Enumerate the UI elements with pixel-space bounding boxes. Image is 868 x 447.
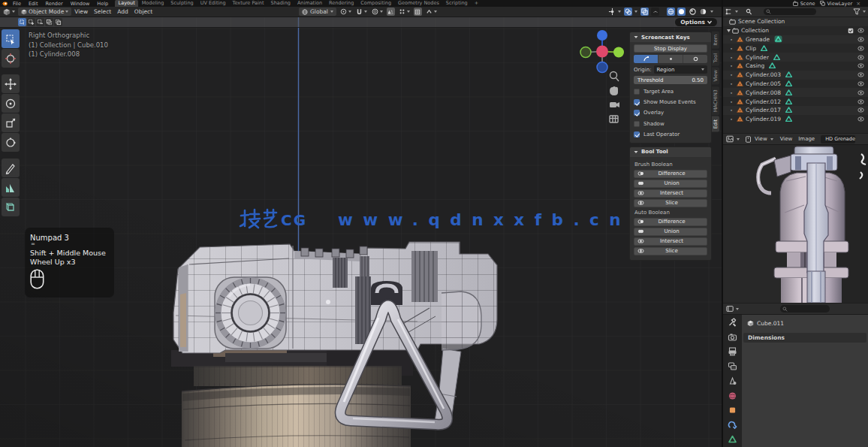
pivot-point-button[interactable] (339, 8, 352, 15)
menu-file[interactable]: File (9, 1, 25, 7)
menu-image[interactable]: Image (798, 136, 815, 142)
seg-button-3[interactable] (683, 55, 707, 63)
shading-material-button[interactable] (689, 8, 697, 16)
add-workspace-button[interactable]: + (471, 0, 481, 7)
brush-boolean-slice-button[interactable]: Slice (634, 199, 707, 207)
dyntopo-option[interactable] (425, 8, 438, 15)
menu-select[interactable]: Select (91, 8, 114, 15)
outliner-row-collection[interactable]: Collection (723, 26, 868, 35)
workspace-tab-scripting[interactable]: Scripting (442, 0, 471, 7)
properties-tab-data[interactable] (728, 435, 737, 444)
workspace-tab-layout[interactable]: Layout (115, 0, 138, 7)
auto-boolean-intersect-button[interactable]: Intersect (634, 237, 707, 246)
menu-help[interactable]: Help (93, 1, 112, 7)
seg-button-1[interactable] (634, 55, 659, 63)
tool-measure[interactable] (2, 178, 20, 197)
brush-boolean-union-button[interactable]: Union (634, 180, 707, 188)
properties-editor-icon[interactable] (726, 305, 734, 313)
tool-scale[interactable] (2, 113, 20, 132)
eye-icon[interactable] (857, 55, 864, 60)
checkbox-show-mouse-events[interactable]: Show Mouse Events (634, 97, 707, 107)
eye-icon[interactable] (857, 37, 864, 42)
scene-selector[interactable]: Scene (800, 1, 815, 7)
gizmos-options[interactable] (398, 8, 411, 15)
eye-icon[interactable] (857, 72, 864, 77)
properties-tab-modifiers[interactable] (728, 421, 737, 430)
camera-view-icon[interactable] (610, 102, 619, 107)
gizmo-y-axis[interactable] (613, 47, 624, 58)
menu-add[interactable]: Add (114, 8, 131, 15)
image-mode-selector[interactable]: View (755, 136, 767, 142)
select-mode-set[interactable] (18, 18, 26, 26)
tool-move[interactable] (2, 74, 20, 93)
snap-toggle[interactable] (355, 8, 368, 15)
mode-selector[interactable]: Object Mode (18, 8, 71, 16)
auto-boolean-difference-button[interactable]: Difference (634, 218, 707, 226)
outliner-row-casing[interactable]: •Casing (723, 62, 868, 71)
menu-object[interactable]: Object (131, 8, 155, 15)
outliner-row-grenade[interactable]: •Grenade (723, 35, 868, 44)
editor-type-button[interactable] (0, 8, 18, 16)
workspace-tab-geometry-nodes[interactable]: Geometry Nodes (395, 0, 443, 7)
shading-wireframe-button[interactable] (667, 8, 675, 16)
outliner-row-cylinder-017[interactable]: •Cylinder.017 (723, 106, 868, 115)
brush-boolean-intersect-button[interactable]: Intersect (634, 189, 707, 198)
outliner-row-cylinder-019[interactable]: •Cylinder.019 (723, 115, 868, 124)
filter-icon[interactable] (853, 8, 860, 15)
tool-rotate[interactable] (2, 94, 20, 113)
eye-icon[interactable] (857, 116, 864, 122)
outliner-row-cylinder[interactable]: •Cylinder (723, 53, 868, 62)
snap-extra-toggle[interactable] (414, 8, 422, 16)
show-gizmo-toggle[interactable] (608, 8, 621, 16)
properties-tab-view-layer[interactable] (728, 362, 737, 371)
dimensions-panel-header[interactable]: Dimensions (743, 333, 866, 343)
transform-orientation-selector[interactable]: Global (299, 8, 336, 16)
image-datablock-selector[interactable]: HD Grenade (821, 135, 855, 143)
eye-icon[interactable] (857, 28, 864, 33)
seg-button-2[interactable] (659, 55, 683, 63)
panel-header[interactable]: Screencast Keys (630, 32, 711, 42)
checkbox-target-area[interactable]: Target Area (634, 86, 707, 97)
workspace-tab-texture-paint[interactable]: Texture Paint (229, 0, 267, 7)
exclude-checkbox-icon[interactable] (848, 28, 854, 34)
workspace-tab-compositing[interactable]: Compositing (357, 0, 395, 7)
options-dropdown[interactable]: Options (675, 18, 717, 26)
workspace-tab-rendering[interactable]: Rendering (326, 0, 357, 7)
gizmo-z-neg-axis[interactable] (597, 62, 607, 73)
select-mode-invert[interactable] (45, 18, 53, 26)
workspace-tab-uv-editing[interactable]: UV Editing (197, 0, 229, 7)
workspace-tab-modeling[interactable]: Modeling (138, 0, 167, 7)
menu-edit[interactable]: Edit (25, 1, 42, 7)
properties-search-input[interactable] (780, 305, 830, 313)
outliner-row-scene-collection[interactable]: Scene Collection (723, 17, 868, 26)
gizmo-z-axis[interactable] (597, 30, 607, 41)
properties-tab-render[interactable] (728, 333, 737, 342)
threshold-slider[interactable]: Threshold 0.50 (634, 76, 707, 84)
outliner-row-cylinder-012[interactable]: •Cylinder.012 (723, 97, 868, 106)
shading-rendered-button[interactable] (699, 8, 707, 16)
gizmo-y-neg-axis[interactable] (580, 47, 591, 58)
tool-transform[interactable] (2, 133, 20, 152)
properties-tab-tool[interactable] (728, 318, 737, 327)
sidebar-tab-view[interactable]: View (712, 67, 719, 84)
tool-add-cube[interactable] (2, 198, 20, 216)
properties-tab-world[interactable] (728, 391, 737, 400)
menu-view[interactable]: View (71, 8, 91, 15)
outliner-editor-icon[interactable] (725, 8, 733, 15)
move-view-icon[interactable] (610, 86, 618, 95)
tool-cursor[interactable] (2, 49, 20, 68)
workspace-tab-sculpting[interactable]: Sculpting (167, 0, 197, 7)
blender-logo-icon[interactable] (0, 2, 9, 6)
shading-solid-button[interactable] (677, 8, 686, 16)
outliner-row-cylinder-005[interactable]: •Cylinder.005 (723, 80, 868, 89)
eye-icon[interactable] (857, 63, 864, 68)
outliner-row-clip[interactable]: •Clip (723, 44, 868, 53)
panel-header[interactable]: Bool Tool (630, 147, 711, 157)
outliner-search-input[interactable] (764, 8, 816, 15)
properties-tab-scene[interactable] (728, 376, 737, 385)
origin-dropdown[interactable]: Region (654, 65, 707, 74)
properties-tab-object[interactable] (728, 406, 737, 415)
sidebar-tab-machin3[interactable]: MACHIN3 (712, 86, 719, 115)
select-mode-extend[interactable] (27, 18, 35, 26)
select-mode-intersect[interactable] (54, 18, 62, 26)
